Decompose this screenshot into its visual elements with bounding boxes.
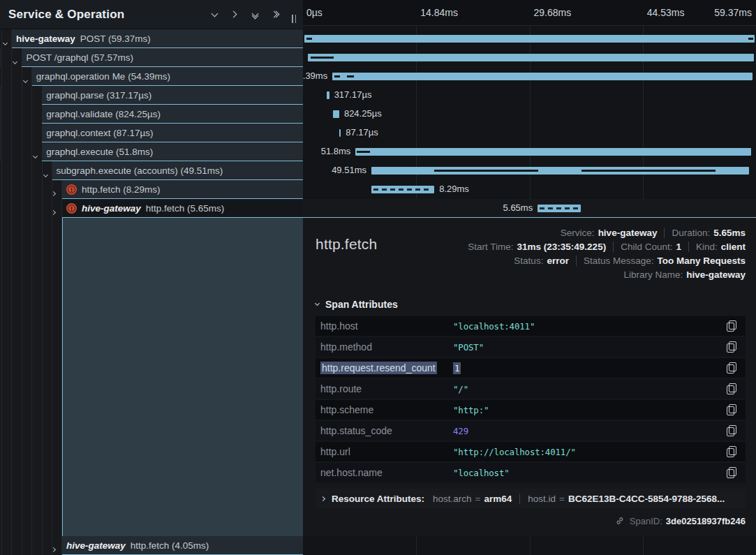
span-bar[interactable] [308, 54, 754, 61]
span-duration-label: 87.17µs [346, 124, 378, 142]
copy-icon[interactable] [726, 467, 737, 478]
ruler-tick: 44.53ms [647, 7, 685, 18]
timeline-panel: 0µs14.84ms29.68ms44.53ms59.37ms 57.57ms5… [303, 0, 756, 555]
ruler-tick: 0µs [306, 7, 323, 18]
span-bar[interactable] [538, 205, 581, 212]
span-row-label: hive-gatewayPOST (59.37ms) [16, 29, 151, 48]
span-id-value: 3de02518937fb246 [666, 516, 746, 526]
expand-one-icon[interactable] [229, 9, 240, 20]
span-title: http.fetch [316, 236, 377, 253]
collapse-all-icon[interactable] [249, 9, 260, 20]
span-row-label: graphql.context (87.17µs) [46, 124, 153, 142]
span-duration-label: 5.65ms [503, 199, 533, 218]
span-bar[interactable] [333, 110, 339, 118]
selected-span-depth-column [62, 218, 303, 536]
span-row-label: hive-gatewayhttp.fetch (5.65ms) [66, 199, 224, 218]
span-tree-row[interactable]: graphql.validate (824.25µs) [0, 105, 303, 124]
selected-text: 1 [453, 362, 461, 374]
copy-icon[interactable] [726, 320, 737, 332]
meta-separator [613, 242, 614, 252]
meta-value: Too Many Requests [657, 256, 746, 266]
waterfall-row: 49.51ms [303, 161, 756, 180]
chevron-down-icon[interactable] [24, 73, 32, 81]
copy-icon[interactable] [726, 446, 737, 457]
span-tree-row[interactable]: POST /graphql (57.57ms) [0, 48, 303, 67]
chevron-right-icon [320, 496, 325, 501]
panel-resize-handle[interactable] [292, 15, 296, 23]
resource-attribute: host.arch=arm64 [433, 494, 512, 504]
meta-label: Child Count: [621, 242, 672, 252]
span-detail-panel: http.fetch Service:hive-gatewayDuration:… [303, 218, 756, 536]
chevron-right-icon[interactable] [54, 205, 62, 213]
waterfall-row: 54.39ms [303, 67, 756, 86]
span-tree-row[interactable]: http.fetch (8.29ms) [0, 180, 303, 199]
span-duration-label: 54.39ms [303, 67, 327, 86]
span-tree-row[interactable]: graphql.operation Me (54.39ms) [0, 67, 303, 86]
span-row-label: POST /graphql (57.57ms) [26, 48, 133, 67]
span-tree-row[interactable]: subgraph.execute (accounts) (49.51ms) [0, 161, 303, 180]
span-tree-row[interactable]: graphql.parse (317.17µs) [0, 86, 303, 105]
chevron-down-icon[interactable] [34, 148, 42, 156]
bottom-span-row-tree: hive-gatewayhttp.fetch (4.05ms) [0, 536, 303, 555]
operation-name: http.fetch (5.65ms) [146, 203, 225, 214]
chevron-down-icon[interactable] [44, 167, 52, 175]
span-attributes-table: http.host"localhost:4011"http.method"POS… [316, 316, 746, 482]
copy-icon[interactable] [726, 404, 737, 415]
meta-separator [576, 256, 577, 266]
operation-name: graphql.parse (317.17µs) [46, 90, 151, 101]
resource-attribute: host.id=BC62E13B-C4CC-5854-9788-2568... [528, 494, 725, 504]
span-bar[interactable] [355, 148, 751, 156]
chevron-right-icon[interactable] [54, 542, 62, 550]
span-id-row: SpanID: 3de02518937fb246 [316, 512, 746, 529]
span-bar[interactable] [304, 35, 755, 43]
copy-icon[interactable] [726, 341, 737, 353]
span-bar[interactable] [332, 73, 753, 80]
collapse-one-icon[interactable] [209, 9, 220, 20]
child-span-mark [581, 170, 715, 172]
timeline-ruler: 0µs14.84ms29.68ms44.53ms59.37ms [303, 0, 756, 26]
span-tree-row[interactable]: hive-gatewayhttp.fetch (4.05ms) [0, 536, 303, 555]
resource-attributes-preview: host.arch=arm64host.id=BC62E13B-C4CC-585… [433, 494, 725, 504]
expand-all-icon[interactable] [269, 9, 281, 20]
resource-value: arm64 [484, 494, 512, 504]
span-duration-label: 824.25µs [344, 105, 382, 124]
span-tree-row[interactable]: graphql.execute (51.8ms) [0, 142, 303, 161]
tree-panel-header: Service & Operation [0, 0, 303, 29]
attribute-value: "localhost" [453, 468, 510, 478]
resource-value: BC62E13B-C4CC-5854-9788-2568... [568, 494, 725, 504]
waterfall: 57.57ms54.39ms317.17µs824.25µs87.17µs51.… [303, 29, 756, 218]
attribute-key: http.route [320, 383, 453, 394]
resource-separator [519, 494, 520, 504]
span-tree-row[interactable]: graphql.context (87.17µs) [0, 124, 303, 142]
attribute-value: 1 [453, 363, 461, 373]
waterfall-row: 51.8ms [303, 142, 756, 161]
span-duration-label: 51.8ms [321, 142, 351, 161]
span-bar[interactable] [327, 91, 329, 99]
row-indent-gutter [0, 105, 42, 124]
span-attributes-section-toggle[interactable]: Span Attributes [316, 299, 746, 310]
copy-icon[interactable] [726, 425, 737, 436]
attribute-row: http.host"localhost:4011" [316, 316, 746, 336]
chevron-down-icon [315, 301, 320, 306]
attribute-key: net.host.name [320, 467, 453, 478]
child-span-dashes [540, 207, 579, 209]
span-tree-row[interactable]: hive-gatewayhttp.fetch (5.65ms) [0, 199, 303, 218]
copy-icon[interactable] [726, 362, 737, 373]
error-icon [66, 184, 77, 195]
child-span-mark [306, 38, 312, 40]
meta-value: client [721, 242, 746, 252]
meta-label: Library Name: [623, 269, 683, 280]
span-bar[interactable] [371, 186, 434, 193]
chevron-right-icon[interactable] [54, 186, 62, 194]
span-tree-row[interactable]: hive-gatewayPOST (59.37ms) [0, 29, 303, 48]
attribute-row: http.url"http://localhost:4011/" [316, 442, 746, 461]
span-duration-label: 49.51ms [332, 161, 366, 180]
meta-label: Status Message: [584, 256, 654, 266]
span-bar[interactable] [339, 129, 341, 137]
chevron-down-icon[interactable] [3, 35, 12, 43]
copy-icon[interactable] [726, 383, 737, 394]
resource-attributes-toggle[interactable]: Resource Attributes: host.arch=arm64host… [316, 489, 746, 508]
span-tree: hive-gatewayPOST (59.37ms)POST /graphql … [0, 29, 303, 218]
chevron-down-icon[interactable] [13, 54, 22, 62]
attribute-value: "/" [453, 384, 468, 394]
